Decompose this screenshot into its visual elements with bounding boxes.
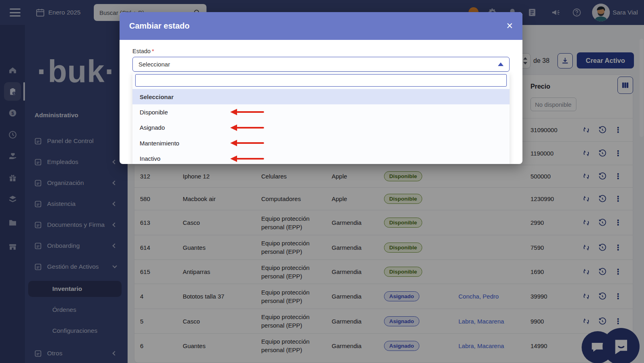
annotation-arrow-icon — [230, 109, 264, 115]
estado-field-label: Estado* — [132, 48, 154, 54]
dropdown-option-disponible[interactable]: Disponible — [132, 104, 510, 120]
dropdown-option-label: Asignado — [140, 124, 165, 131]
dropdown-option-label: Inactivo — [140, 155, 161, 162]
annotation-arrow-icon — [230, 156, 264, 162]
dropdown-option-asignado[interactable]: Asignado — [132, 120, 510, 136]
dropdown-option-mantenimiento[interactable]: Mantenimiento — [132, 135, 510, 151]
estado-select-value: Seleccionar — [138, 61, 498, 68]
change-status-modal: Cambiar estado × Estado* Seleccionar Sel… — [120, 12, 522, 164]
dropdown-option-inactivo[interactable]: Inactivo — [132, 151, 510, 164]
chevron-up-icon — [498, 62, 504, 66]
dropdown-option-label: Mantenimiento — [140, 140, 179, 147]
estado-select[interactable]: Seleccionar — [132, 57, 510, 72]
annotation-arrow-icon — [230, 124, 264, 131]
dropdown-options: Disponible Asignado Mantenimiento Inacti… — [132, 104, 510, 164]
modal-header: Cambiar estado × — [120, 12, 522, 40]
dropdown-search-input[interactable] — [135, 74, 507, 87]
app-window: Enero 2025 Buscar (Ctrl + B) Sara Vial — [0, 0, 644, 363]
modal-title: Cambiar estado — [129, 21, 506, 31]
annotation-arrow-icon — [230, 140, 264, 146]
dropdown-option-label: Disponible — [140, 109, 168, 116]
estado-dropdown-panel: Seleccionar Disponible Asignado Mantenim… — [132, 73, 510, 164]
dropdown-group-option-seleccionar[interactable]: Seleccionar — [132, 89, 510, 104]
close-icon[interactable]: × — [506, 21, 513, 31]
required-asterisk: * — [152, 48, 154, 54]
